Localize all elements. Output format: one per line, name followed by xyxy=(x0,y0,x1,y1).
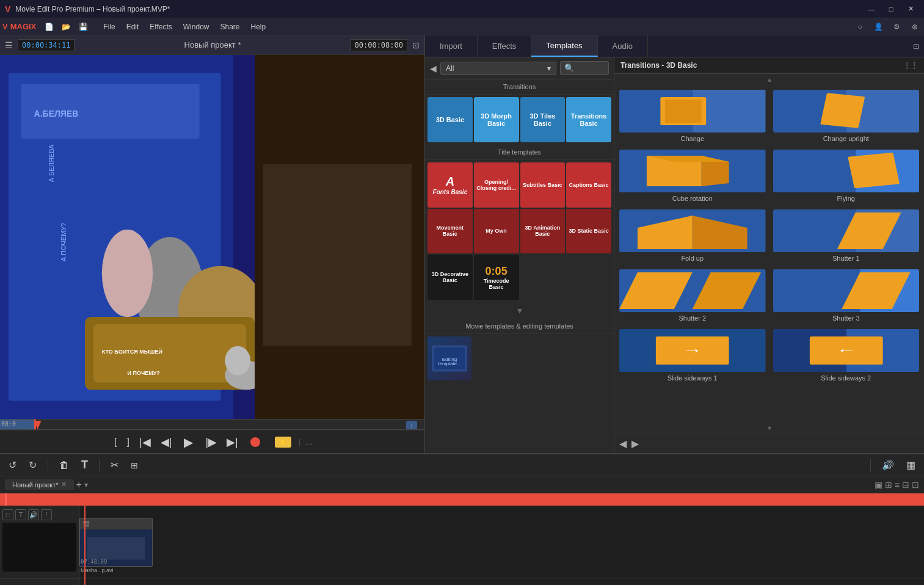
transition-change[interactable]: Change xyxy=(617,87,768,145)
menu-edit[interactable]: Edit xyxy=(122,21,144,32)
scrubber-thumb[interactable]: ⋮ xyxy=(406,421,417,429)
tab-effects[interactable]: Effects xyxy=(478,35,532,57)
template-movement-basic[interactable]: Movement Basic xyxy=(427,209,473,254)
record-button[interactable] xyxy=(250,437,260,447)
cut-button[interactable]: ✂ xyxy=(107,457,122,473)
template-3d-basic[interactable]: 3D Basic xyxy=(427,97,473,142)
transition-menu-icon[interactable]: ⋮⋮ xyxy=(903,61,918,70)
minimize-button[interactable]: — xyxy=(863,2,880,16)
transition-cube[interactable]: Cube rotation xyxy=(617,147,768,205)
goto-start-button[interactable]: |◀ xyxy=(137,433,153,451)
step-back-button[interactable]: ◀| xyxy=(158,433,175,451)
redo-button[interactable]: ↻ xyxy=(25,457,40,473)
filter-dropdown[interactable]: All ▾ xyxy=(440,62,556,75)
menu-file[interactable]: File xyxy=(98,21,120,32)
transition-next-button[interactable]: ▶ xyxy=(631,438,639,449)
track-audio-icon[interactable]: 🔊 xyxy=(28,509,39,520)
settings-icon[interactable]: ⚙ xyxy=(890,20,903,34)
scroll-up-arrow[interactable]: ▴ xyxy=(614,74,924,85)
scrubber-bar[interactable]: 08:0 ⋮ xyxy=(0,419,424,430)
template-opening-closing[interactable]: Opening/Closing credi... xyxy=(474,162,519,208)
transition-shutter1[interactable]: Shutter 1 xyxy=(771,207,922,264)
timeline-maximize-icon[interactable]: ⊡ xyxy=(912,480,919,490)
account-icon[interactable]: 👤 xyxy=(871,20,885,34)
title-templates-section-label: Title templates xyxy=(425,145,614,160)
category-panel: ◀ All ▾ Transitions 3D Basic 3D Morph Ba… xyxy=(425,57,614,453)
delete-button[interactable]: 🗑 xyxy=(56,457,73,473)
transition-fold[interactable]: Fold up xyxy=(617,207,768,264)
main-layout: ☰ 00:00:34:11 Новый проект * 00:00:08:00… xyxy=(0,35,924,585)
track-more-icon[interactable]: ⋮ xyxy=(41,509,52,520)
maximize-button[interactable]: □ xyxy=(882,2,900,16)
open-icon[interactable]: 📂 xyxy=(59,20,73,34)
template-3d-morph[interactable]: 3D Morph Basic xyxy=(474,97,519,142)
new-icon[interactable]: 📄 xyxy=(42,20,56,34)
track-text-icon[interactable]: T xyxy=(15,509,26,520)
smart-render-button[interactable]: ⚡ xyxy=(275,437,291,448)
tab-templates[interactable]: Templates xyxy=(531,35,597,57)
template-3d-static[interactable]: 3D Static Basic xyxy=(566,209,611,254)
transition-shutter2[interactable]: Shutter 2 xyxy=(617,267,768,324)
transition-flying[interactable]: Flying xyxy=(771,147,922,205)
hamburger-menu[interactable]: ☰ xyxy=(5,40,13,50)
template-my-own[interactable]: My Own xyxy=(474,209,519,254)
step-forward-button[interactable]: |▶ xyxy=(203,433,219,451)
grid-button[interactable]: ▦ xyxy=(903,457,919,473)
scroll-down-arrow[interactable]: ▾ xyxy=(425,302,614,319)
play-button[interactable]: ▶ xyxy=(179,432,198,452)
menu-effects[interactable]: Effects xyxy=(145,21,176,32)
search-input[interactable] xyxy=(560,61,609,75)
transition-panel-header: Transitions - 3D Basic ⋮⋮ xyxy=(614,57,924,74)
timeline-ruler[interactable] xyxy=(0,493,924,506)
set-in-button[interactable]: [ xyxy=(112,434,119,450)
template-3d-tiles[interactable]: 3D Tiles Basic xyxy=(520,97,566,142)
close-button[interactable]: ✕ xyxy=(902,2,919,16)
template-captions-basic[interactable]: Captions Basic xyxy=(566,162,611,208)
text-button[interactable]: T xyxy=(78,456,92,474)
menu-help[interactable]: Help xyxy=(246,21,271,32)
template-editing[interactable]: Editing template... xyxy=(427,336,471,380)
transition-slide2[interactable]: ← Slide sideways 2 xyxy=(771,327,922,384)
timeline-project-tab[interactable]: Новый проект* ✕ xyxy=(5,479,74,490)
menu-window[interactable]: Window xyxy=(178,21,214,32)
expand-icon[interactable]: ⊕ xyxy=(908,20,922,34)
transition-change-upright[interactable]: Change upright xyxy=(771,87,922,145)
template-3d-decorative[interactable]: 3D Decorative Basic xyxy=(427,255,473,300)
goto-end-button[interactable]: ▶| xyxy=(224,433,241,451)
template-timecode-basic[interactable]: 0:05Timecode Basic xyxy=(474,255,519,300)
transition-shutter3[interactable]: Shutter 3 xyxy=(771,267,922,324)
timeline-view-2-icon[interactable]: ⊞ xyxy=(885,480,892,490)
template-subtitles-basic[interactable]: Subtitles Basic xyxy=(520,162,566,208)
track-lock-icon[interactable]: □ xyxy=(2,509,13,520)
template-3d-animation[interactable]: 3D Animation Basic xyxy=(520,209,566,254)
timeline-dropdown-button[interactable]: ▾ xyxy=(84,481,88,489)
back-button[interactable]: ◀ xyxy=(430,64,437,73)
transition-shutter3-label: Shutter 3 xyxy=(832,314,860,322)
save-icon[interactable]: 💾 xyxy=(76,20,90,34)
insert-button[interactable]: ⊞ xyxy=(127,458,142,473)
tab-audio[interactable]: Audio xyxy=(598,35,648,57)
tab-import[interactable]: Import xyxy=(425,35,478,57)
menu-share[interactable]: Share xyxy=(215,21,244,32)
timeline-view-4-icon[interactable]: ⊟ xyxy=(902,480,909,490)
template-fonts-basic[interactable]: AFonts Basic xyxy=(427,162,473,208)
transition-prev-button[interactable]: ◀ xyxy=(619,438,627,449)
set-out-button[interactable]: ] xyxy=(125,434,132,450)
timeline-view-1-icon[interactable]: ▣ xyxy=(875,480,882,490)
svg-point-8 xyxy=(102,230,153,317)
transition-slide1[interactable]: → Slide sideways 1 xyxy=(617,327,768,384)
timeline-add-track-button[interactable]: + xyxy=(76,479,82,490)
volume-button[interactable]: 🔊 xyxy=(878,457,898,473)
track-area[interactable]: 🎬 07:48:09 Masha...p.avi xyxy=(79,506,924,585)
preview-expand-icon[interactable]: ⊡ xyxy=(412,40,420,50)
more-options-button[interactable]: … xyxy=(305,438,313,446)
track-1-label: □ T 🔊 ⋮ xyxy=(0,506,79,579)
timeline-content: □ T 🔊 ⋮ 🎬 xyxy=(0,506,924,585)
tab-expand-button[interactable]: ⊡ xyxy=(908,35,924,57)
timeline-view-3-icon[interactable]: ≡ xyxy=(895,480,900,490)
undo-button[interactable]: ↺ xyxy=(5,457,20,473)
timeline-tab-close-button[interactable]: ✕ xyxy=(61,481,67,489)
scroll-down-transition[interactable]: ▾ xyxy=(614,423,924,434)
template-transitions-basic[interactable]: Transitions Basic xyxy=(566,97,611,142)
movie-templates-section-label: Movie templates & editing templates xyxy=(425,319,614,334)
